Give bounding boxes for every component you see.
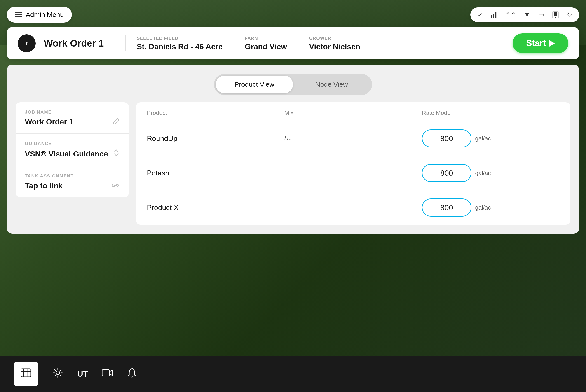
wifi-icon: ▼ <box>524 11 530 18</box>
check-icon: ✓ <box>477 11 483 18</box>
svg-point-8 <box>56 371 60 374</box>
col-product: Product <box>147 110 284 116</box>
table-row: RoundUp Rx gal/ac <box>136 121 570 156</box>
svg-rect-7 <box>21 369 31 377</box>
tank-assignment-section[interactable]: TANK ASSIGNMENT Tap to link <box>16 166 129 197</box>
selected-field-info: SELECTED FIELD St. Daniels Rd - 46 Acre <box>137 36 223 51</box>
header-divider-2 <box>234 36 234 51</box>
bottom-toolbar: UT <box>0 356 586 392</box>
rate-input-1[interactable] <box>422 130 471 148</box>
top-bar: Admin Menu ✓ ⌃⌃ ▼ ▭ <box>7 7 579 22</box>
svg-point-6 <box>555 17 556 18</box>
product-name-3: Product X <box>147 204 284 212</box>
svg-rect-3 <box>496 12 497 18</box>
job-name-label: JOB NAME <box>25 110 120 115</box>
product-name-2: Potash <box>147 169 284 177</box>
toolbar-video-item[interactable] <box>102 368 113 380</box>
table-row: Potash gal/ac <box>136 156 570 190</box>
table-header: Product Mix Rate Mode <box>136 102 570 121</box>
header-card: ‹ Work Order 1 SELECTED FIELD St. Daniel… <box>7 27 579 60</box>
rate-cell-1: gal/ac <box>422 130 559 148</box>
work-order-title: Work Order 1 <box>44 38 104 49</box>
product-table-panel: Product Mix Rate Mode RoundUp Rx gal/ac <box>136 102 570 225</box>
toolbar-settings-item[interactable] <box>52 367 64 381</box>
table-row: Product X gal/ac <box>136 190 570 225</box>
selected-field-label: SELECTED FIELD <box>137 36 223 41</box>
gear-icon <box>52 367 64 381</box>
main-row: JOB NAME Work Order 1 GUIDANCE VSN® Visu… <box>16 102 570 225</box>
svg-rect-1 <box>493 14 494 18</box>
node-view-tab[interactable]: Node View <box>293 76 370 93</box>
start-label: Start <box>526 38 546 48</box>
hamburger-icon <box>15 12 22 17</box>
product-name-1: RoundUp <box>147 134 284 143</box>
rate-unit-2: gal/ac <box>475 170 491 176</box>
video-icon <box>102 368 113 380</box>
selected-field-value: St. Daniels Rd - 46 Acre <box>137 42 223 51</box>
admin-menu-button[interactable]: Admin Menu <box>7 7 72 22</box>
tank-assignment-value: Tap to link <box>25 181 63 190</box>
job-name-section: JOB NAME Work Order 1 <box>16 102 129 134</box>
rate-unit-3: gal/ac <box>475 204 491 211</box>
svg-rect-2 <box>494 12 496 18</box>
signal-icon <box>491 12 497 18</box>
job-name-value: Work Order 1 <box>25 118 74 126</box>
rate-cell-3: gal/ac <box>422 198 559 216</box>
left-panel: JOB NAME Work Order 1 GUIDANCE VSN® Visu… <box>16 102 129 197</box>
guidance-value: VSN® Visual Guidance <box>25 150 108 158</box>
toggle-container: Product View Node View <box>214 74 372 95</box>
grower-label: GROWER <box>309 36 360 41</box>
rate-cell-2: gal/ac <box>422 164 559 182</box>
refresh-icon: ↻ <box>567 11 572 18</box>
back-icon: ‹ <box>25 38 28 48</box>
product-table: Product Mix Rate Mode RoundUp Rx gal/ac <box>136 102 570 225</box>
guidance-label: GUIDANCE <box>25 141 120 146</box>
ut-label: UT <box>77 369 88 379</box>
col-mix: Mix <box>284 110 422 116</box>
farm-value: Grand View <box>245 42 287 51</box>
header-divider-3 <box>298 36 298 51</box>
rate-unit-1: gal/ac <box>475 135 491 142</box>
status-icons-bar: ✓ ⌃⌃ ▼ ▭ ↻ <box>470 8 579 22</box>
start-button[interactable]: Start <box>512 34 568 53</box>
admin-menu-label: Admin Menu <box>26 11 64 18</box>
edit-icon[interactable] <box>113 118 120 126</box>
header-divider-1 <box>125 36 126 51</box>
mix-cell-1: Rx <box>284 134 422 142</box>
guidance-section: GUIDANCE VSN® Visual Guidance <box>16 134 129 166</box>
rate-input-3[interactable] <box>422 198 471 216</box>
grower-info: GROWER Victor Nielsen <box>309 36 360 51</box>
farm-label: FARM <box>245 36 287 41</box>
link-icon[interactable] <box>111 182 120 190</box>
play-icon <box>549 40 555 46</box>
bell-icon <box>127 367 137 381</box>
product-view-tab[interactable]: Product View <box>216 76 293 93</box>
chevron-updown-icon[interactable] <box>113 149 120 159</box>
farm-info: FARM Grand View <box>245 36 287 51</box>
toolbar-map-item[interactable] <box>14 362 39 386</box>
rate-input-2[interactable] <box>422 164 471 182</box>
tank-assignment-label: TANK ASSIGNMENT <box>25 174 120 178</box>
svg-rect-9 <box>102 370 109 376</box>
content-area: Product View Node View JOB NAME Work Ord… <box>7 65 579 234</box>
back-button[interactable]: ‹ <box>18 34 36 52</box>
svg-rect-0 <box>491 15 492 18</box>
grower-value: Victor Nielsen <box>309 42 360 51</box>
col-rate-mode: Rate Mode <box>422 110 559 116</box>
svg-rect-5 <box>554 12 557 16</box>
toolbar-bell-item[interactable] <box>127 367 137 381</box>
view-toggle: Product View Node View <box>16 74 570 95</box>
tablet-icon <box>552 11 559 18</box>
window-icon: ▭ <box>538 11 544 18</box>
rx-badge-1: Rx <box>284 134 291 142</box>
chevrons-icon: ⌃⌃ <box>505 11 516 18</box>
map-icon <box>20 367 32 381</box>
toolbar-ut-item[interactable]: UT <box>77 369 88 379</box>
